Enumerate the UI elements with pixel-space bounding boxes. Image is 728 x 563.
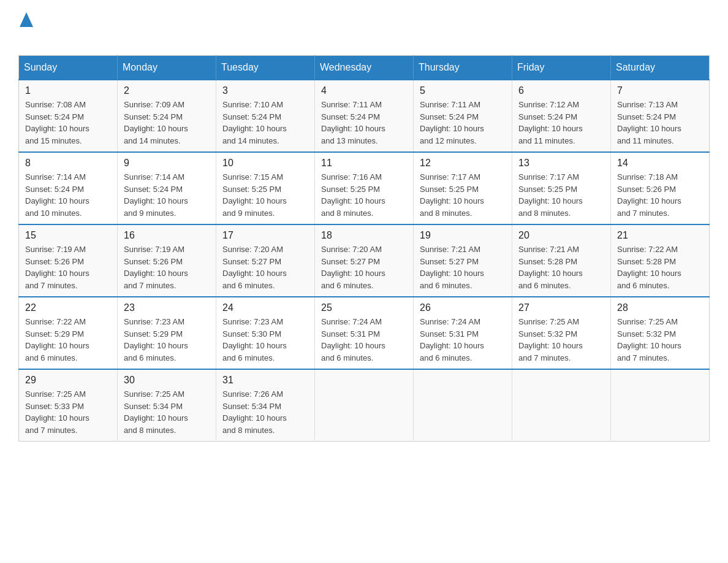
week-row-5: 29 Sunrise: 7:25 AMSunset: 5:33 PMDaylig…: [19, 369, 710, 442]
day-number: 22: [25, 302, 111, 313]
day-cell: 27 Sunrise: 7:25 AMSunset: 5:32 PMDaylig…: [512, 297, 611, 369]
day-info: Sunrise: 7:18 AMSunset: 5:26 PMDaylight:…: [617, 171, 703, 219]
day-cell: 15 Sunrise: 7:19 AMSunset: 5:26 PMDaylig…: [19, 224, 118, 297]
day-cell: 4 Sunrise: 7:11 AMSunset: 5:24 PMDayligh…: [315, 80, 414, 152]
header-cell-friday: Friday: [512, 56, 611, 80]
day-info: Sunrise: 7:17 AMSunset: 5:25 PMDaylight:…: [420, 171, 506, 219]
day-cell: 26 Sunrise: 7:24 AMSunset: 5:31 PMDaylig…: [414, 297, 512, 369]
day-number: 1: [25, 85, 111, 96]
page-header: [18, 12, 710, 43]
day-cell: 11 Sunrise: 7:16 AMSunset: 5:25 PMDaylig…: [315, 152, 414, 224]
day-number: 24: [222, 302, 308, 313]
calendar-header: SundayMondayTuesdayWednesdayThursdayFrid…: [19, 56, 710, 80]
week-row-4: 22 Sunrise: 7:22 AMSunset: 5:29 PMDaylig…: [19, 297, 710, 369]
day-number: 13: [518, 158, 604, 169]
header-cell-monday: Monday: [118, 56, 216, 80]
day-cell: [414, 369, 512, 442]
header-cell-thursday: Thursday: [414, 56, 512, 80]
day-info: Sunrise: 7:08 AMSunset: 5:24 PMDaylight:…: [25, 99, 111, 147]
day-cell: 18 Sunrise: 7:20 AMSunset: 5:27 PMDaylig…: [315, 224, 414, 297]
day-cell: 17 Sunrise: 7:20 AMSunset: 5:27 PMDaylig…: [216, 224, 315, 297]
day-info: Sunrise: 7:10 AMSunset: 5:24 PMDaylight:…: [222, 99, 308, 147]
day-number: 25: [321, 302, 407, 313]
day-info: Sunrise: 7:22 AMSunset: 5:28 PMDaylight:…: [617, 243, 703, 291]
day-cell: 10 Sunrise: 7:15 AMSunset: 5:25 PMDaylig…: [216, 152, 315, 224]
day-number: 23: [124, 302, 210, 313]
day-info: Sunrise: 7:11 AMSunset: 5:24 PMDaylight:…: [420, 99, 506, 147]
day-cell: 24 Sunrise: 7:23 AMSunset: 5:30 PMDaylig…: [216, 297, 315, 369]
day-info: Sunrise: 7:21 AMSunset: 5:28 PMDaylight:…: [518, 243, 604, 291]
day-info: Sunrise: 7:17 AMSunset: 5:25 PMDaylight:…: [518, 171, 604, 219]
day-cell: 25 Sunrise: 7:24 AMSunset: 5:31 PMDaylig…: [315, 297, 414, 369]
day-cell: 21 Sunrise: 7:22 AMSunset: 5:28 PMDaylig…: [611, 224, 710, 297]
day-number: 3: [222, 85, 308, 96]
svg-marker-0: [20, 12, 33, 27]
day-info: Sunrise: 7:14 AMSunset: 5:24 PMDaylight:…: [124, 171, 210, 219]
day-info: Sunrise: 7:22 AMSunset: 5:29 PMDaylight:…: [25, 316, 111, 364]
day-cell: 1 Sunrise: 7:08 AMSunset: 5:24 PMDayligh…: [19, 80, 118, 152]
day-info: Sunrise: 7:19 AMSunset: 5:26 PMDaylight:…: [25, 243, 111, 291]
day-info: Sunrise: 7:24 AMSunset: 5:31 PMDaylight:…: [420, 316, 506, 364]
logo-triangle-icon: [20, 12, 33, 27]
day-cell: 8 Sunrise: 7:14 AMSunset: 5:24 PMDayligh…: [19, 152, 118, 224]
day-cell: [315, 369, 414, 442]
day-cell: 20 Sunrise: 7:21 AMSunset: 5:28 PMDaylig…: [512, 224, 611, 297]
day-info: Sunrise: 7:25 AMSunset: 5:34 PMDaylight:…: [124, 388, 210, 436]
week-row-3: 15 Sunrise: 7:19 AMSunset: 5:26 PMDaylig…: [19, 224, 710, 297]
day-number: 31: [222, 375, 308, 386]
header-cell-saturday: Saturday: [611, 56, 710, 80]
calendar-table: SundayMondayTuesdayWednesdayThursdayFrid…: [18, 55, 710, 442]
day-number: 2: [124, 85, 210, 96]
day-cell: 28 Sunrise: 7:25 AMSunset: 5:32 PMDaylig…: [611, 297, 710, 369]
day-info: Sunrise: 7:13 AMSunset: 5:24 PMDaylight:…: [617, 99, 703, 147]
day-info: Sunrise: 7:20 AMSunset: 5:27 PMDaylight:…: [222, 243, 308, 291]
day-number: 7: [617, 85, 703, 96]
day-cell: 29 Sunrise: 7:25 AMSunset: 5:33 PMDaylig…: [19, 369, 118, 442]
day-number: 26: [420, 302, 506, 313]
day-number: 28: [617, 302, 703, 313]
day-cell: [512, 369, 611, 442]
day-number: 8: [25, 158, 111, 169]
day-cell: 14 Sunrise: 7:18 AMSunset: 5:26 PMDaylig…: [611, 152, 710, 224]
day-info: Sunrise: 7:16 AMSunset: 5:25 PMDaylight:…: [321, 171, 407, 219]
day-info: Sunrise: 7:23 AMSunset: 5:30 PMDaylight:…: [222, 316, 308, 364]
day-info: Sunrise: 7:25 AMSunset: 5:32 PMDaylight:…: [518, 316, 604, 364]
day-cell: 2 Sunrise: 7:09 AMSunset: 5:24 PMDayligh…: [118, 80, 216, 152]
day-cell: 19 Sunrise: 7:21 AMSunset: 5:27 PMDaylig…: [414, 224, 512, 297]
day-cell: 16 Sunrise: 7:19 AMSunset: 5:26 PMDaylig…: [118, 224, 216, 297]
day-number: 6: [518, 85, 604, 96]
day-number: 30: [124, 375, 210, 386]
day-info: Sunrise: 7:25 AMSunset: 5:33 PMDaylight:…: [25, 388, 111, 436]
logo: [18, 12, 33, 43]
day-cell: 6 Sunrise: 7:12 AMSunset: 5:24 PMDayligh…: [512, 80, 611, 152]
day-number: 16: [124, 230, 210, 241]
day-cell: 12 Sunrise: 7:17 AMSunset: 5:25 PMDaylig…: [414, 152, 512, 224]
day-number: 27: [518, 302, 604, 313]
header-row: SundayMondayTuesdayWednesdayThursdayFrid…: [19, 56, 710, 80]
day-info: Sunrise: 7:09 AMSunset: 5:24 PMDaylight:…: [124, 99, 210, 147]
week-row-1: 1 Sunrise: 7:08 AMSunset: 5:24 PMDayligh…: [19, 80, 710, 152]
calendar-body: 1 Sunrise: 7:08 AMSunset: 5:24 PMDayligh…: [19, 80, 710, 442]
day-number: 29: [25, 375, 111, 386]
day-cell: 7 Sunrise: 7:13 AMSunset: 5:24 PMDayligh…: [611, 80, 710, 152]
day-number: 12: [420, 158, 506, 169]
day-info: Sunrise: 7:12 AMSunset: 5:24 PMDaylight:…: [518, 99, 604, 147]
day-cell: 5 Sunrise: 7:11 AMSunset: 5:24 PMDayligh…: [414, 80, 512, 152]
header-cell-sunday: Sunday: [19, 56, 118, 80]
day-info: Sunrise: 7:25 AMSunset: 5:32 PMDaylight:…: [617, 316, 703, 364]
day-info: Sunrise: 7:23 AMSunset: 5:29 PMDaylight:…: [124, 316, 210, 364]
day-cell: 3 Sunrise: 7:10 AMSunset: 5:24 PMDayligh…: [216, 80, 315, 152]
day-number: 21: [617, 230, 703, 241]
day-number: 14: [617, 158, 703, 169]
day-number: 5: [420, 85, 506, 96]
day-info: Sunrise: 7:11 AMSunset: 5:24 PMDaylight:…: [321, 99, 407, 147]
day-cell: 13 Sunrise: 7:17 AMSunset: 5:25 PMDaylig…: [512, 152, 611, 224]
day-info: Sunrise: 7:19 AMSunset: 5:26 PMDaylight:…: [124, 243, 210, 291]
day-info: Sunrise: 7:14 AMSunset: 5:24 PMDaylight:…: [25, 171, 111, 219]
day-cell: 23 Sunrise: 7:23 AMSunset: 5:29 PMDaylig…: [118, 297, 216, 369]
week-row-2: 8 Sunrise: 7:14 AMSunset: 5:24 PMDayligh…: [19, 152, 710, 224]
header-cell-wednesday: Wednesday: [315, 56, 414, 80]
day-number: 4: [321, 85, 407, 96]
day-number: 20: [518, 230, 604, 241]
day-number: 11: [321, 158, 407, 169]
